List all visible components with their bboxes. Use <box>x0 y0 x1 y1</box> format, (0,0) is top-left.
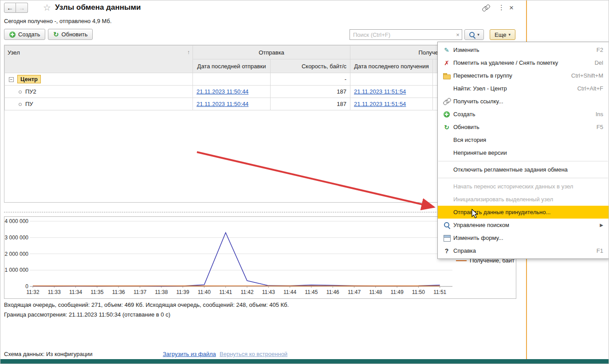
date-link[interactable]: 21.11.2023 11:50:44 <box>196 101 248 107</box>
favorite-star-icon[interactable]: ☆ <box>43 2 51 13</box>
refresh-icon: ↻ <box>441 124 452 131</box>
create-button[interactable]: Создать <box>4 29 45 40</box>
data-schema-label: Схема данных: Из конфигурации <box>4 351 93 357</box>
menu-item-edit[interactable]: ✎ИзменитьF2 <box>438 43 609 56</box>
menu-item-mark-deletion[interactable]: ✗Пометить на удаление / Снять пометкуDel <box>438 56 609 69</box>
menu-item-refresh[interactable]: ↻ОбновитьF5 <box>438 121 609 133</box>
menu-item-disable-exchange-jobs[interactable]: Отключить регламентные задания обмена <box>438 163 609 176</box>
menu-item-label: Изменить форму... <box>453 235 603 241</box>
load-from-file-link[interactable]: Загрузить из файла <box>163 351 216 357</box>
menu-item-create[interactable]: СоздатьIns <box>438 108 609 121</box>
node-name[interactable]: ПУ2 <box>25 88 36 95</box>
menu-item-get-link[interactable]: Получить ссылку... <box>438 95 609 108</box>
svg-text:11:50: 11:50 <box>412 289 425 295</box>
menu-item-shortcut: F5 <box>597 124 603 130</box>
node-name-cell[interactable]: ПУ2 <box>5 86 193 98</box>
menu-item-init-selected-node: Инициализировать выделенный узел <box>438 193 609 206</box>
menu-item-unaccepted-versions[interactable]: Непринятые версии <box>438 146 609 159</box>
search-icon <box>441 222 452 228</box>
close-icon[interactable]: × <box>509 4 514 12</box>
legend-line <box>456 260 467 261</box>
node-name-cell[interactable]: ПУ <box>5 98 193 110</box>
menu-item-label: Вся история <box>453 137 603 143</box>
column-header-send-speed[interactable]: Скорость, байт/с <box>271 59 350 73</box>
svg-text:11:51: 11:51 <box>433 289 446 295</box>
menu-item-all-history[interactable]: Вся история <box>438 133 609 146</box>
menu-item-label: Непринятые версии <box>453 149 603 156</box>
menu-item-shortcut: Ins <box>596 111 603 117</box>
sort-ascending-icon: ↑ <box>187 49 190 55</box>
collapse-group-icon[interactable]: − <box>9 77 14 82</box>
plus-shape-icon <box>444 111 450 117</box>
menu-item-label: Отправить данные принудительно... <box>453 209 603 215</box>
date-link[interactable]: 21.11.2023 11:51:54 <box>354 101 406 107</box>
refresh-button[interactable]: ↻ Обновить <box>48 29 93 40</box>
node-name[interactable]: Центр <box>17 75 41 83</box>
svg-text:4 000 000: 4 000 000 <box>5 218 29 224</box>
menu-item-shortcut: F2 <box>597 47 603 53</box>
create-button-label: Создать <box>18 31 40 38</box>
search-clear-button[interactable]: × <box>454 29 462 40</box>
nav-button-group: ← → <box>4 3 28 13</box>
date-link[interactable]: 21.11.2023 11:50:44 <box>196 88 248 95</box>
help-icon: ? <box>441 247 452 254</box>
get-link-icon[interactable] <box>482 4 490 12</box>
menu-item-label: Получить ссылку... <box>453 98 603 105</box>
date-link[interactable]: 21.11.2023 11:51:54 <box>354 88 406 95</box>
delete-mark-icon: ✗ <box>441 59 452 67</box>
back-button[interactable]: ← <box>4 3 16 13</box>
app-window: ← → ☆ Узлы обмена данными ⋮ × Сегодня по… <box>0 0 609 364</box>
bottom-bar <box>0 359 609 364</box>
svg-text:0: 0 <box>25 283 28 290</box>
column-group-send: Отправка <box>193 46 350 59</box>
menu-item-force-send-data[interactable]: Отправить данные принудительно... <box>438 206 609 219</box>
svg-text:11:44: 11:44 <box>283 289 296 295</box>
svg-text:11:39: 11:39 <box>177 289 189 295</box>
more-button[interactable]: Еще ▾ <box>490 29 515 40</box>
window-menu-icon[interactable]: ⋮ <box>498 4 505 12</box>
column-header-send-date[interactable]: Дата последней отправки <box>193 59 271 73</box>
node-name-cell[interactable]: −Центр <box>5 73 193 86</box>
context-menu: ✎ИзменитьF2✗Пометить на удаление / Снять… <box>437 42 609 259</box>
back-arrow-icon: ← <box>7 4 13 12</box>
menu-item-edit-form[interactable]: Изменить форму... <box>438 231 609 244</box>
date-cell: 21.11.2023 11:51:54 <box>350 86 433 98</box>
menu-item-shortcut: Del <box>594 59 603 66</box>
menu-item-search-management[interactable]: Управление поиском▶ <box>438 219 609 231</box>
svg-text:11:36: 11:36 <box>112 289 125 295</box>
plus-icon <box>441 111 452 117</box>
column-header-node[interactable]: Узел ↑ <box>5 46 193 73</box>
search-options-button[interactable]: ▾ <box>464 29 484 40</box>
menu-item-label: Отключить регламентные задания обмена <box>453 166 603 173</box>
svg-text:2 000 000: 2 000 000 <box>5 251 29 257</box>
refresh-button-label: Обновить <box>62 31 88 38</box>
caret-down-icon: ▾ <box>508 32 511 37</box>
menu-item-find[interactable]: Найти: Узел - ЦентрCtrl+Alt+F <box>438 82 609 95</box>
svg-text:11:37: 11:37 <box>134 289 146 295</box>
menu-item-label: Изменить <box>453 47 589 53</box>
svg-text:11:40: 11:40 <box>198 289 211 295</box>
speed-cell: 187 <box>271 98 350 110</box>
column-header-receive-date[interactable]: Дата последнего получения <box>350 59 433 73</box>
refresh-icon: ↻ <box>53 31 59 38</box>
menu-item-start-historical-transfer: Начать перенос исторических данных в узе… <box>438 180 609 193</box>
return-to-builtin-link[interactable]: Вернуться ко встроенной <box>220 351 287 357</box>
forward-button: → <box>16 3 28 13</box>
menu-item-move-to-group[interactable]: Переместить в группуCtrl+Shift+M <box>438 69 609 82</box>
node-name[interactable]: ПУ <box>25 101 33 107</box>
date-cell <box>193 73 271 86</box>
menu-item-label: Переместить в группу <box>453 72 563 79</box>
menu-item-help[interactable]: ?СправкаF1 <box>438 244 609 257</box>
svg-text:11:41: 11:41 <box>219 289 232 295</box>
more-button-label: Еще <box>495 31 506 38</box>
menu-item-label: Найти: Узел - Центр <box>453 85 569 92</box>
menu-item-label: Справка <box>453 247 589 254</box>
menu-item-shortcut: F1 <box>597 247 603 254</box>
menu-separator <box>438 178 608 178</box>
plus-icon <box>9 31 16 38</box>
date-cell: 21.11.2023 11:50:44 <box>193 86 271 98</box>
form-shape-icon <box>443 235 450 241</box>
search-input[interactable] <box>350 29 454 40</box>
svg-text:3 000 000: 3 000 000 <box>5 235 29 241</box>
node-circle-icon <box>19 90 22 94</box>
